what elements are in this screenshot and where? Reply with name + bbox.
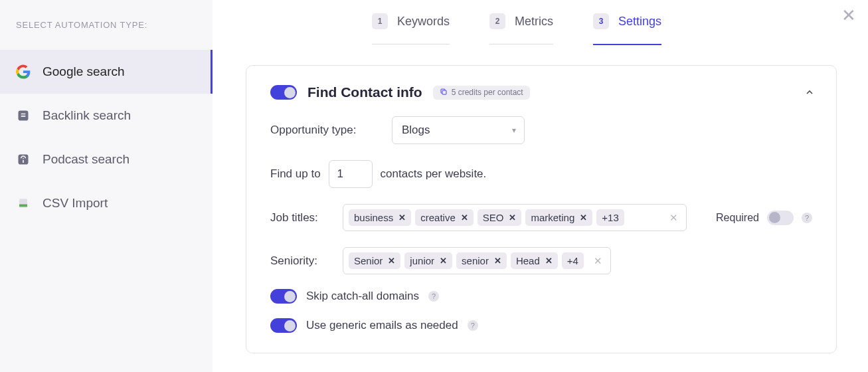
find-contact-toggle[interactable]	[270, 85, 297, 100]
tab-metrics[interactable]: 2 Metrics	[489, 13, 553, 45]
generic-emails-row: Use generic emails as needed ?	[270, 318, 812, 333]
jobtitles-row: Job titles: business✕ creative✕ SEO✕ mar…	[270, 204, 812, 231]
sidebar: SELECT AUTOMATION TYPE: Google search Ba…	[0, 0, 213, 372]
tag[interactable]: creative✕	[415, 209, 474, 226]
tag-more[interactable]: +4	[562, 252, 584, 269]
generic-emails-toggle[interactable]	[270, 318, 297, 333]
findupto-suffix: contacts per website.	[381, 167, 487, 181]
required-label: Required	[716, 212, 759, 224]
credits-badge: 5 credits per contact	[433, 86, 530, 100]
tab-keywords[interactable]: 1 Keywords	[372, 13, 450, 45]
seniority-label: Seniority:	[270, 254, 327, 268]
badge-text: 5 credits per contact	[452, 88, 523, 97]
tag[interactable]: Senior✕	[349, 252, 400, 269]
tag[interactable]: marketing✕	[525, 209, 592, 226]
skip-catchall-row: Skip catch-all domains ?	[270, 289, 812, 304]
contacts-count-input[interactable]	[329, 160, 373, 188]
tab-label: Metrics	[515, 15, 553, 29]
tab-number: 2	[489, 13, 505, 29]
tab-label: Settings	[618, 15, 661, 29]
sidebar-item-podcast-search[interactable]: Podcast search	[0, 138, 213, 181]
csv-icon	[16, 196, 31, 211]
sidebar-item-google-search[interactable]: Google search	[0, 50, 213, 94]
help-icon[interactable]: ?	[468, 320, 478, 331]
svg-rect-5	[442, 90, 446, 94]
skip-catchall-toggle[interactable]	[270, 289, 297, 304]
remove-tag-icon[interactable]: ✕	[545, 256, 553, 266]
backlink-icon	[16, 108, 31, 123]
jobtitles-input[interactable]: business✕ creative✕ SEO✕ marketing✕ +13 …	[343, 204, 687, 231]
remove-tag-icon[interactable]: ✕	[388, 256, 395, 266]
settings-card: Find Contact info 5 credits per contact …	[246, 65, 837, 353]
remove-tag-icon[interactable]: ✕	[509, 213, 516, 223]
clear-all-icon[interactable]: ✕	[594, 255, 602, 267]
podcast-icon	[16, 152, 31, 167]
tag-more[interactable]: +13	[596, 209, 624, 226]
tag[interactable]: SEO✕	[477, 209, 522, 226]
tab-number: 1	[372, 13, 388, 29]
jobtitles-label: Job titles:	[270, 211, 327, 225]
opportunity-label: Opportunity type:	[270, 124, 380, 137]
google-icon	[16, 64, 31, 79]
tab-number: 3	[593, 13, 609, 29]
findupto-row: Find up to contacts per website.	[270, 160, 812, 188]
tag[interactable]: Head✕	[511, 252, 558, 269]
svg-point-2	[22, 157, 24, 159]
sidebar-item-backlink-search[interactable]: Backlink search	[0, 94, 213, 138]
help-icon[interactable]: ?	[802, 213, 812, 223]
select-value: Blogs	[402, 124, 430, 136]
sidebar-item-label: Backlink search	[43, 108, 131, 123]
remove-tag-icon[interactable]: ✕	[580, 213, 587, 223]
tag[interactable]: junior✕	[404, 252, 452, 269]
chevron-up-icon[interactable]	[804, 87, 815, 100]
seniority-input[interactable]: Senior✕ junior✕ senior✕ Head✕ +4 ✕	[343, 247, 611, 274]
generic-emails-label: Use generic emails as needed	[306, 319, 458, 332]
sidebar-title: SELECT AUTOMATION TYPE:	[0, 20, 213, 50]
svg-rect-4	[19, 205, 27, 207]
sidebar-item-label: CSV Import	[43, 196, 108, 211]
card-header: Find Contact info 5 credits per contact	[270, 84, 812, 100]
remove-tag-icon[interactable]: ✕	[494, 256, 501, 266]
tag[interactable]: senior✕	[456, 252, 507, 269]
seniority-row: Seniority: Senior✕ junior✕ senior✕ Head✕…	[270, 247, 812, 274]
clear-all-icon[interactable]: ✕	[669, 212, 678, 224]
sidebar-item-label: Google search	[43, 64, 125, 79]
tab-settings[interactable]: 3 Settings	[593, 13, 661, 45]
remove-tag-icon[interactable]: ✕	[398, 213, 406, 223]
copy-icon	[440, 88, 448, 98]
tab-label: Keywords	[397, 15, 450, 29]
required-toggle[interactable]	[767, 211, 794, 225]
sidebar-item-label: Podcast search	[43, 152, 130, 167]
card-title: Find Contact info	[307, 84, 422, 100]
tag[interactable]: business✕	[349, 209, 411, 226]
opportunity-select[interactable]: Blogs ▾	[392, 116, 525, 144]
remove-tag-icon[interactable]: ✕	[440, 256, 447, 266]
close-icon[interactable]: ✕	[841, 7, 856, 24]
main-panel: ✕ 1 Keywords 2 Metrics 3 Settings Find C…	[213, 0, 868, 372]
findupto-prefix: Find up to	[270, 167, 321, 181]
help-icon[interactable]: ?	[428, 291, 439, 302]
chevron-down-icon: ▾	[512, 126, 516, 135]
sidebar-item-csv-import[interactable]: CSV Import	[0, 181, 213, 225]
tabs: 1 Keywords 2 Metrics 3 Settings	[246, 0, 848, 45]
skip-catchall-label: Skip catch-all domains	[306, 290, 419, 303]
remove-tag-icon[interactable]: ✕	[461, 213, 468, 223]
opportunity-row: Opportunity type: Blogs ▾	[270, 116, 812, 144]
required-wrap: Required ?	[716, 211, 812, 225]
